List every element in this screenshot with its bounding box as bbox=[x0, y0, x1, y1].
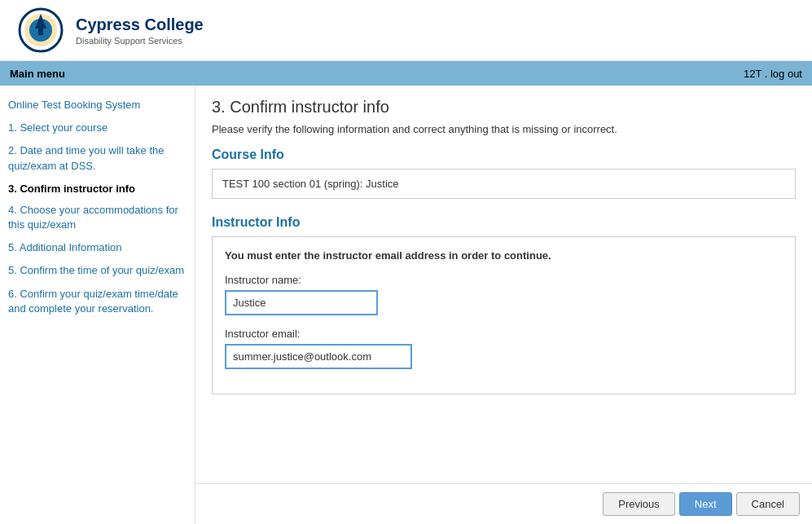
sidebar-item-select-course[interactable]: 1. Select your course bbox=[8, 121, 187, 135]
cancel-button[interactable]: Cancel bbox=[736, 492, 800, 516]
logo-area: Cypress College Disability Support Servi… bbox=[12, 6, 204, 55]
instructor-name-label: Instructor name: bbox=[225, 274, 783, 286]
logo-text-area: Cypress College Disability Support Servi… bbox=[76, 15, 204, 46]
sidebar-item-confirm-complete[interactable]: 6. Confirm your quiz/exam time/date and … bbox=[8, 287, 187, 316]
instructor-name-input[interactable] bbox=[225, 290, 378, 315]
user-info: 12T . log out bbox=[744, 68, 802, 80]
previous-button[interactable]: Previous bbox=[603, 492, 675, 516]
course-info-header: Course Info bbox=[212, 148, 796, 162]
next-button[interactable]: Next bbox=[679, 492, 732, 516]
sidebar-link-accommodations[interactable]: 4. Choose your accommodations for this q… bbox=[8, 203, 187, 232]
page-title: 3. Confirm instructor info bbox=[212, 98, 796, 117]
main-menu-label: Main menu bbox=[10, 68, 65, 80]
sidebar-item-confirm-instructor: 3. Confirm instructor info bbox=[8, 182, 187, 195]
sidebar-link-confirm-complete[interactable]: 6. Confirm your quiz/exam time/date and … bbox=[8, 287, 187, 316]
instructor-info-header: Instructor Info bbox=[212, 215, 796, 230]
main-content: 3. Confirm instructor info Please verify… bbox=[195, 86, 812, 524]
sidebar-link-date-time[interactable]: 2. Date and time you will take the quiz/… bbox=[8, 143, 187, 173]
sidebar-active-label: 3. Confirm instructor info bbox=[8, 183, 135, 195]
sidebar-item-date-time[interactable]: 2. Date and time you will take the quiz/… bbox=[8, 143, 187, 173]
sidebar: Online Test Booking System 1. Select you… bbox=[0, 86, 195, 524]
instructor-email-label: Instructor email: bbox=[225, 328, 783, 340]
college-logo bbox=[12, 6, 69, 55]
sidebar-link-confirm-time[interactable]: 5. Confirm the time of your quiz/exam bbox=[8, 263, 187, 278]
sidebar-item-online-test-booking[interactable]: Online Test Booking System bbox=[8, 98, 187, 112]
instructor-info-section: You must enter the instructor email addr… bbox=[212, 236, 796, 394]
sidebar-item-confirm-time[interactable]: 5. Confirm the time of your quiz/exam bbox=[8, 263, 187, 278]
instructor-email-input[interactable] bbox=[225, 344, 412, 369]
navbar: Main menu 12T . log out bbox=[0, 61, 812, 86]
sidebar-link-online-test-booking[interactable]: Online Test Booking System bbox=[8, 98, 187, 112]
sidebar-link-select-course[interactable]: 1. Select your course bbox=[8, 121, 187, 135]
sidebar-item-additional-info[interactable]: 5. Additional Information bbox=[8, 240, 187, 255]
footer-buttons: Previous Next Cancel bbox=[195, 483, 812, 524]
sidebar-item-accommodations[interactable]: 4. Choose your accommodations for this q… bbox=[8, 203, 187, 232]
sidebar-link-additional-info[interactable]: 5. Additional Information bbox=[8, 240, 187, 255]
header: Cypress College Disability Support Servi… bbox=[0, 0, 812, 61]
page-description: Please verify the following information … bbox=[212, 123, 796, 135]
svg-rect-4 bbox=[38, 29, 43, 35]
dss-label: Disability Support Services bbox=[76, 36, 204, 46]
college-name: Cypress College bbox=[76, 15, 204, 34]
course-info-box: TEST 100 section 01 (spring): Justice bbox=[212, 169, 796, 199]
course-info-value: TEST 100 section 01 (spring): Justice bbox=[222, 178, 399, 190]
layout: Online Test Booking System 1. Select you… bbox=[0, 86, 812, 524]
warning-text: You must enter the instructor email addr… bbox=[225, 249, 783, 262]
